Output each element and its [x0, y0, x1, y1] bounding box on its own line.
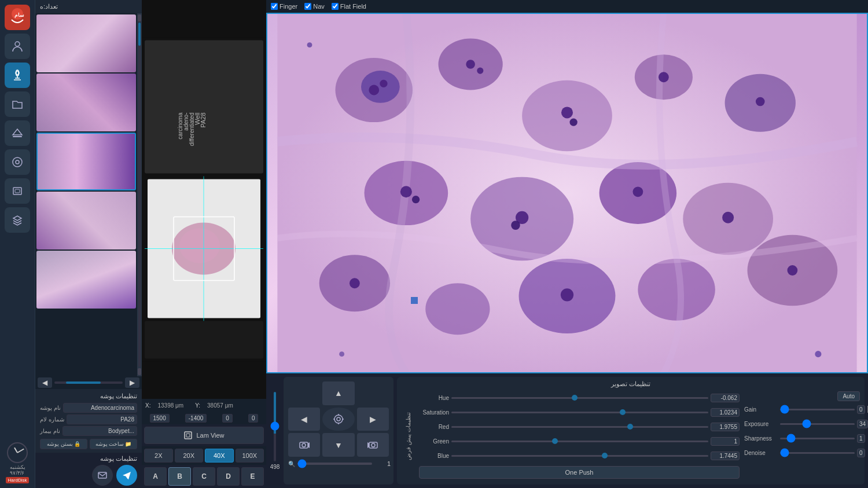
- lam-view-btn[interactable]: Lam View: [144, 427, 264, 444]
- main-viewer-col: 498 ▲ ◀: [266, 13, 868, 488]
- thumbnail-scrollbar[interactable]: [137, 13, 142, 376]
- abcd-d[interactable]: D: [217, 467, 240, 486]
- auto-btn[interactable]: Auto: [837, 391, 860, 401]
- patient-name-label: نام بیمار: [40, 428, 60, 434]
- lam-view-label: Lam View: [196, 432, 224, 439]
- blue-value[interactable]: [711, 452, 740, 460]
- thumbnail-5[interactable]: [36, 251, 136, 309]
- nav-camera-left[interactable]: [288, 433, 320, 457]
- sharpness-slider[interactable]: [780, 438, 855, 439]
- svg-point-50: [477, 68, 483, 74]
- hue-value[interactable]: [711, 394, 740, 402]
- gain-row: Gain 0: [744, 403, 860, 416]
- folder-name-row: نام پوشه: [40, 403, 137, 413]
- nav-up-btn[interactable]: ▲: [322, 381, 354, 405]
- thumb-next-btn[interactable]: ▶: [125, 377, 139, 388]
- right-panel: تعداد:ه ◀ ▶ تنظیمات پوشه نام پوشه: [35, 0, 142, 488]
- red-value[interactable]: [711, 423, 740, 431]
- nav-checkbox[interactable]: [304, 3, 311, 10]
- abcd-a[interactable]: A: [144, 467, 167, 486]
- scroll-track: [138, 23, 141, 367]
- slide-number-input[interactable]: [67, 414, 137, 424]
- main-image-area[interactable]: [266, 13, 868, 373]
- sidebar-icon-microscope[interactable]: [5, 63, 30, 88]
- close-folder-btn[interactable]: 🔒 بستن پوشه: [40, 439, 87, 449]
- mag-20x[interactable]: 20X: [175, 449, 204, 463]
- flatfield-checkbox[interactable]: [332, 3, 339, 10]
- email-btn[interactable]: [92, 465, 113, 486]
- y-value: 38057 μm: [207, 402, 233, 409]
- coords-nums-bar: 1500 -1400 0 0: [142, 412, 266, 424]
- denoise-row: Denoise 0: [744, 446, 860, 459]
- svg-text:adeno-: adeno-: [183, 113, 189, 131]
- coord-1: 1500: [150, 414, 170, 423]
- finger-label: Finger: [279, 3, 297, 10]
- thumbnail-2[interactable]: [36, 74, 136, 131]
- green-row: Green: [419, 435, 740, 447]
- mag-40x[interactable]: 40X: [205, 449, 234, 463]
- blue-slider[interactable]: [451, 455, 708, 457]
- hue-label: Hue: [419, 395, 449, 401]
- folder-name-input[interactable]: [63, 403, 137, 413]
- finger-checkbox-label[interactable]: Finger: [271, 3, 297, 10]
- sidebar-icon-layers[interactable]: [5, 207, 30, 233]
- x-label: X:: [145, 402, 150, 409]
- svg-marker-8: [13, 129, 22, 135]
- hue-slider[interactable]: [451, 397, 708, 399]
- saturation-slider[interactable]: [451, 412, 708, 413]
- scope-view[interactable]: PA28 Well differentiated adeno- carcinom…: [142, 0, 266, 399]
- exposure-slider[interactable]: [780, 423, 855, 425]
- patient-name-input[interactable]: [62, 426, 137, 436]
- svg-point-43: [425, 283, 490, 335]
- green-value[interactable]: [711, 437, 740, 446]
- one-push-btn[interactable]: One Push: [419, 466, 740, 479]
- saturation-label: Saturation: [419, 409, 449, 416]
- red-slider[interactable]: [451, 426, 708, 428]
- nav-checkbox-label[interactable]: Nav: [304, 3, 325, 10]
- sidebar-icon-user[interactable]: [5, 34, 30, 59]
- svg-point-67: [334, 415, 343, 423]
- saturation-row: Saturation: [419, 406, 740, 419]
- saturation-value[interactable]: [711, 408, 740, 417]
- nav-right-btn[interactable]: ▶: [357, 408, 389, 431]
- denoise-slider[interactable]: [780, 452, 855, 454]
- abcd-b[interactable]: B: [168, 467, 191, 486]
- mag-100x[interactable]: 100X: [236, 449, 264, 463]
- sidebar-icon-folder[interactable]: [5, 91, 30, 117]
- green-slider[interactable]: [451, 441, 708, 442]
- thumb-prev-btn[interactable]: ◀: [38, 377, 52, 388]
- finger-checkbox[interactable]: [271, 3, 278, 10]
- nav-down-btn[interactable]: ▼: [322, 433, 354, 457]
- abcd-e[interactable]: E: [241, 467, 264, 486]
- vertical-value: 498: [270, 464, 280, 470]
- gain-slider[interactable]: [780, 409, 855, 410]
- sidebar-icon-tool[interactable]: [5, 149, 30, 175]
- mag-2x[interactable]: 2X: [144, 449, 173, 463]
- scroll-handle[interactable]: [138, 23, 141, 46]
- vertical-slider[interactable]: [274, 392, 276, 461]
- flatfield-checkbox-label[interactable]: Flat Field: [332, 3, 366, 10]
- thumbnail-4[interactable]: [36, 192, 136, 249]
- thumbnails-list: [35, 13, 137, 376]
- slide-svg: PA28 Well differentiated adeno- carcinom…: [142, 0, 266, 399]
- telegram-btn[interactable]: [116, 465, 137, 486]
- zoom-slider[interactable]: [297, 463, 372, 465]
- magnification-row: 2X 20X 40X 100X: [142, 446, 266, 465]
- thumbnail-3[interactable]: [36, 133, 136, 190]
- scroll-up-btn[interactable]: [138, 14, 141, 21]
- nav-target-btn[interactable]: [322, 408, 354, 431]
- right-settings-col: Auto Gain 0 Exposure 34: [744, 391, 860, 480]
- sidebar-icon-slide[interactable]: [5, 178, 30, 204]
- scroll-down-btn[interactable]: [138, 368, 141, 375]
- nav-left-btn[interactable]: ◀: [288, 408, 320, 431]
- sidebar-icon-eject[interactable]: [5, 120, 30, 146]
- svg-point-56: [412, 196, 420, 203]
- thumbnail-1[interactable]: [36, 14, 136, 72]
- nav-camera-right[interactable]: [357, 433, 389, 457]
- folder-sub-actions: [40, 465, 137, 486]
- microscope-image: [266, 13, 868, 373]
- create-folder-btn[interactable]: 📁 ساخت پوشه: [90, 439, 137, 449]
- vertical-slider-wrap: 498: [270, 377, 280, 485]
- svg-point-52: [569, 118, 577, 126]
- abcd-c[interactable]: C: [193, 467, 215, 486]
